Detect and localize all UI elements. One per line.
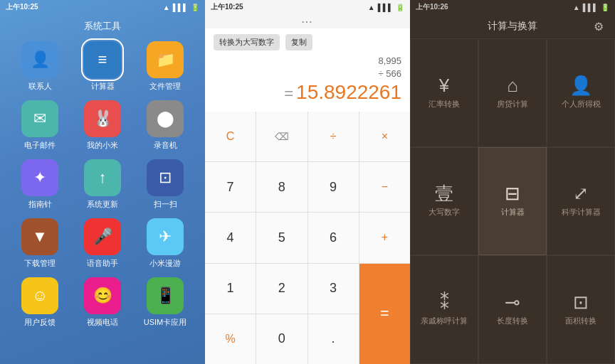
menu-grid: ¥汇率转换⌂房贷计算👤个人所得税壹大写数字⊟计算器⤢科学计算器⁑亲戚称呼计算⊸长… <box>410 38 615 364</box>
app-label: 用户反馈 <box>24 317 56 328</box>
calc-convert-row: 转换为大写数字 复制 <box>214 34 401 50</box>
menu-item-label: 个人所得税 <box>562 99 601 109</box>
signal-icon-menu: ▌▌▌ <box>583 4 598 11</box>
app-item[interactable]: ✉电子邮件 <box>14 100 65 151</box>
menu-item-label: 科学计算器 <box>562 207 601 218</box>
calc-btn-C[interactable]: C <box>205 112 256 161</box>
calc-buttons: C⌫÷×789−456+123=%0. <box>205 112 410 364</box>
menu-item[interactable]: ⁑亲戚称呼计算 <box>410 255 478 364</box>
app-item[interactable]: ▼下载管理 <box>14 218 65 269</box>
calc-btn-3[interactable]: 3 <box>308 264 359 314</box>
battery-icon-menu: 🔋 <box>601 4 609 11</box>
wifi-icon: ▲ <box>163 4 170 11</box>
calc-btn-x[interactable]: . <box>308 314 359 364</box>
app-label: 计算器 <box>91 81 115 92</box>
app-item[interactable]: 📁文件管理 <box>140 41 191 92</box>
calc-top-bar: ⋯ <box>205 14 410 28</box>
app-item[interactable]: ✈小米漫游 <box>140 218 191 269</box>
menu-item[interactable]: ⊟计算器 <box>478 147 547 256</box>
app-item[interactable]: 🐰我的小米 <box>77 100 128 151</box>
menu-item-label: 计算器 <box>501 207 525 218</box>
calculator-panel: 上午10:25 ▲ ▌▌▌ 🔋 ⋯ 转换为大写数字 复制 8,995 ÷ 566… <box>205 0 410 364</box>
menu-item-icon: ¥ <box>439 76 449 95</box>
app-label: 视频电话 <box>87 317 118 328</box>
app-label: 下载管理 <box>24 258 56 269</box>
copy-btn[interactable]: 复制 <box>285 34 312 50</box>
menu-item-label: 房贷计算 <box>497 99 528 109</box>
calc-btn-x[interactable]: × <box>359 112 410 161</box>
app-label: 录音机 <box>154 140 177 151</box>
app-label: 电子邮件 <box>24 140 56 151</box>
menu-item-label: 汇率转换 <box>429 99 460 109</box>
app-item[interactable]: 🎤语音助手 <box>77 218 128 269</box>
status-bar-menu: 上午10:26 ▲ ▌▌▌ 🔋 <box>410 0 615 14</box>
gear-icon[interactable]: ⚙ <box>594 20 604 33</box>
app-item[interactable]: ⬤录音机 <box>140 100 191 151</box>
calc-btn-0[interactable]: 0 <box>256 314 307 364</box>
battery-icon-calc: 🔋 <box>396 4 404 11</box>
calc-btn-5[interactable]: 5 <box>256 213 307 262</box>
app-item[interactable]: ≡计算器 <box>77 41 128 92</box>
app-icon: ↑ <box>84 159 121 196</box>
calc-menu-panel: 上午10:26 ▲ ▌▌▌ 🔋 计算与换算 ⚙ ¥汇率转换⌂房贷计算👤个人所得税… <box>410 0 615 364</box>
calc-display: 转换为大写数字 复制 8,995 ÷ 566 =15.8922261 <box>205 28 410 112</box>
app-label: 系统更新 <box>87 199 118 210</box>
app-label: 我的小米 <box>87 140 118 151</box>
calc-btn-x[interactable]: = <box>359 264 410 364</box>
app-item[interactable]: ☺用户反馈 <box>14 277 65 328</box>
wifi-icon-menu: ▲ <box>573 4 580 11</box>
calc-menu-dots[interactable]: ⋯ <box>301 15 315 28</box>
app-icon: 🎤 <box>84 218 121 255</box>
menu-title: 计算与换算 <box>488 20 537 33</box>
calc-btn-2[interactable]: 2 <box>256 264 307 314</box>
status-time-apps: 上午10:25 <box>6 2 38 12</box>
calc-btn-9[interactable]: 9 <box>308 162 359 212</box>
calc-btn-1[interactable]: 1 <box>205 264 256 314</box>
app-icon: ✈ <box>147 218 184 255</box>
app-label: USIM卡应用 <box>144 317 187 328</box>
calc-btn-7[interactable]: 7 <box>205 162 256 212</box>
menu-item-label: 面积转换 <box>565 316 596 326</box>
calc-result: =15.8922261 <box>214 80 401 107</box>
menu-item[interactable]: 👤个人所得税 <box>547 38 615 147</box>
menu-item[interactable]: ⊡面积转换 <box>547 255 615 364</box>
menu-item-label: 亲戚称呼计算 <box>421 316 468 326</box>
signal-icon-calc: ▌▌▌ <box>378 4 393 11</box>
signal-icon: ▌▌▌ <box>173 4 188 11</box>
calc-btn-x[interactable]: + <box>359 213 410 262</box>
menu-item[interactable]: ⤢科学计算器 <box>547 147 615 256</box>
app-item[interactable]: ⊡扫一扫 <box>140 159 191 210</box>
menu-item-icon: 👤 <box>569 76 592 95</box>
calc-input-line1: 8,995 <box>214 55 401 68</box>
calc-btn-x[interactable]: ⌫ <box>256 112 307 161</box>
status-bar-apps: 上午10:25 ▲ ▌▌▌ 🔋 <box>0 0 205 14</box>
calc-btn-8[interactable]: 8 <box>256 162 307 212</box>
app-icon: ▼ <box>21 218 58 255</box>
menu-item[interactable]: ¥汇率转换 <box>410 38 478 147</box>
app-item[interactable]: 👤联系人 <box>14 41 65 92</box>
menu-item[interactable]: 壹大写数字 <box>410 147 478 256</box>
calc-btn-6[interactable]: 6 <box>308 213 359 262</box>
menu-item-label: 长度转换 <box>497 316 528 326</box>
app-item[interactable]: ↑系统更新 <box>77 159 128 210</box>
app-icon: 📱 <box>147 277 184 314</box>
menu-item-label: 大写数字 <box>429 207 460 218</box>
calc-btn-x[interactable]: − <box>359 162 410 212</box>
app-item[interactable]: ✦指南针 <box>14 159 65 210</box>
wifi-icon-calc: ▲ <box>368 4 375 11</box>
app-label: 小米漫游 <box>149 258 181 269</box>
calc-btn-x[interactable]: % <box>205 314 256 364</box>
app-icon: ⊡ <box>147 159 184 196</box>
convert-to-uppercase-btn[interactable]: 转换为大写数字 <box>214 34 280 50</box>
app-icon: ✉ <box>21 100 58 137</box>
menu-item[interactable]: ⊸长度转换 <box>478 255 547 364</box>
calc-btn-x[interactable]: ÷ <box>308 112 359 161</box>
app-item[interactable]: 😊视频电话 <box>77 277 128 328</box>
menu-header: 计算与换算 ⚙ <box>410 14 615 38</box>
app-label: 联系人 <box>28 81 52 92</box>
status-bar-calc: 上午10:25 ▲ ▌▌▌ 🔋 <box>205 0 410 14</box>
calc-btn-4[interactable]: 4 <box>205 213 256 262</box>
menu-item[interactable]: ⌂房贷计算 <box>478 38 547 147</box>
app-item[interactable]: 📱USIM卡应用 <box>140 277 191 328</box>
menu-item-icon: ⊸ <box>505 293 520 311</box>
